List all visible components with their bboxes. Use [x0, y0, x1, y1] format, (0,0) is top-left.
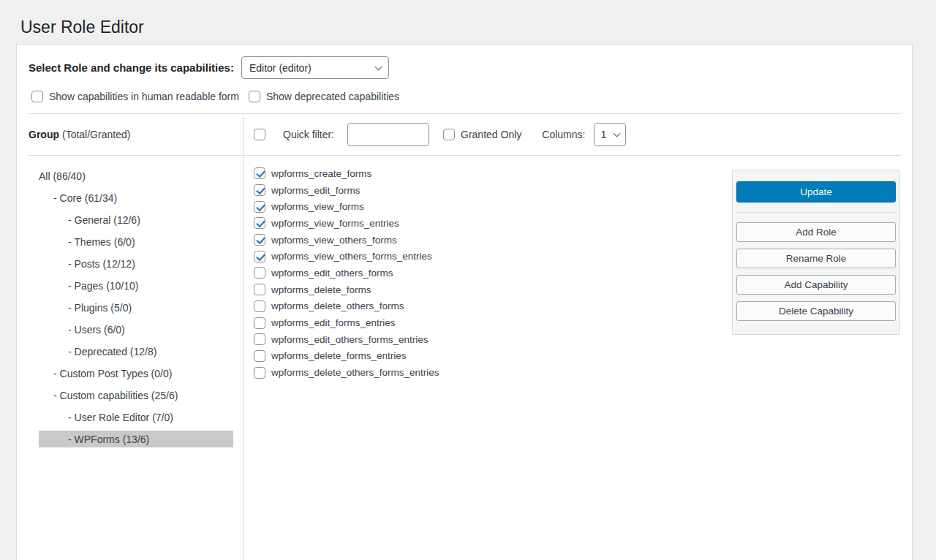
columns-select-value: 1	[600, 129, 606, 140]
update-button[interactable]: Update	[736, 181, 896, 203]
group-item[interactable]: - Custom Post Types (0/0)	[39, 365, 233, 382]
capability-checkbox[interactable]	[254, 217, 265, 229]
capability-checkbox[interactable]	[254, 201, 265, 213]
groups-header: Group (Total/Granted)	[17, 114, 243, 155]
capability-row: wpforms_delete_forms_entries	[254, 348, 912, 365]
capability-label: wpforms_view_others_forms	[271, 235, 397, 246]
capability-checkbox[interactable]	[254, 267, 265, 279]
columns-label: Columns:	[542, 129, 585, 140]
filter-bar: Quick filter: Granted Only Columns: 1	[244, 114, 912, 155]
capability-label: wpforms_create_forms	[271, 168, 371, 179]
capability-checkbox[interactable]	[254, 234, 265, 246]
capability-checkbox[interactable]	[254, 367, 265, 379]
granted-only-label: Granted Only	[461, 129, 521, 140]
capability-label: wpforms_view_forms	[271, 201, 364, 212]
groups-column: Group (Total/Granted) All (86/40)- Core …	[17, 114, 243, 560]
group-item[interactable]: - Posts (12/12)	[39, 255, 233, 272]
role-select[interactable]: Editor (editor)	[241, 56, 389, 79]
role-select-label: Select Role and change its capabilities:	[29, 61, 234, 74]
deprecated-label: Show deprecated capabilities	[266, 91, 399, 102]
capability-label: wpforms_edit_forms	[271, 185, 361, 196]
group-item[interactable]: - Pages (10/10)	[39, 277, 233, 294]
group-item[interactable]: - Users (6/0)	[39, 321, 233, 338]
group-item[interactable]: - General (12/6)	[39, 211, 233, 228]
group-item[interactable]: All (86/40)	[39, 167, 233, 184]
human-readable-checkbox[interactable]	[31, 91, 43, 102]
content-columns: Group (Total/Granted) All (86/40)- Core …	[17, 114, 912, 560]
capability-checkbox[interactable]	[254, 284, 265, 295]
rename-role-button[interactable]: Rename Role	[736, 249, 896, 268]
page-title: User Role Editor	[20, 18, 936, 37]
capabilities-column: Quick filter: Granted Only Columns: 1 wp…	[243, 114, 912, 560]
chevron-down-icon	[374, 63, 382, 70]
capability-checkbox[interactable]	[254, 184, 265, 196]
quick-filter-label: Quick filter:	[283, 129, 334, 140]
group-item[interactable]: - Plugins (5/0)	[39, 299, 233, 316]
capability-checkbox[interactable]	[254, 317, 265, 329]
group-item[interactable]: - User Role Editor (7/0)	[39, 409, 233, 425]
capability-checkbox[interactable]	[254, 333, 265, 345]
chevron-down-icon	[614, 130, 621, 137]
deprecated-option[interactable]: Show deprecated capabilities	[249, 91, 399, 102]
quick-filter-input[interactable]	[347, 123, 429, 146]
add-capability-button[interactable]: Add Capability	[736, 275, 896, 295]
human-readable-label: Show capabilities in human readable form	[49, 91, 239, 102]
granted-only-checkbox[interactable]	[443, 129, 455, 140]
group-item[interactable]: - WPForms (13/6)	[39, 431, 233, 447]
add-role-button[interactable]: Add Role	[736, 222, 896, 242]
role-select-value: Editor (editor)	[249, 62, 312, 74]
group-item[interactable]: - Custom capabilities (25/6)	[39, 387, 233, 404]
group-list: All (86/40)- Core (61/34)- General (12/6…	[17, 156, 243, 447]
groups-header-title: Group	[29, 129, 59, 140]
select-all-checkbox[interactable]	[254, 129, 265, 140]
capability-checkbox[interactable]	[254, 350, 265, 362]
capability-label: wpforms_edit_others_forms	[271, 268, 393, 279]
divider	[736, 212, 896, 213]
options-row: Show capabilities in human readable form…	[31, 90, 901, 102]
role-row: Select Role and change its capabilities:…	[29, 56, 901, 79]
capability-checkbox[interactable]	[254, 251, 265, 262]
capability-label: wpforms_delete_others_forms_entries	[271, 367, 439, 378]
capability-label: wpforms_edit_others_forms_entries	[271, 334, 429, 345]
capability-label: wpforms_edit_forms_entries	[271, 317, 396, 328]
delete-capability-button[interactable]: Delete Capability	[736, 301, 896, 321]
granted-only-option[interactable]: Granted Only	[443, 129, 521, 140]
human-readable-option[interactable]: Show capabilities in human readable form	[31, 91, 239, 102]
capability-label: wpforms_delete_forms	[271, 284, 371, 295]
capability-label: wpforms_view_forms_entries	[271, 218, 399, 229]
capability-label: wpforms_view_others_forms_entries	[271, 251, 432, 262]
capability-label: wpforms_delete_forms_entries	[271, 350, 407, 361]
groups-header-subtitle: (Total/Granted)	[62, 129, 130, 140]
actions-panel: Update Add Role Rename Role Add Capabili…	[732, 170, 900, 335]
group-item[interactable]: - Core (61/34)	[39, 189, 233, 206]
main-panel: Select Role and change its capabilities:…	[16, 44, 913, 560]
group-item[interactable]: - Deprecated (12/8)	[39, 343, 233, 360]
capability-checkbox[interactable]	[254, 167, 265, 179]
capability-row: wpforms_delete_others_forms_entries	[254, 364, 912, 381]
deprecated-checkbox[interactable]	[249, 91, 260, 102]
columns-select[interactable]: 1	[594, 123, 626, 146]
capability-label: wpforms_delete_others_forms	[271, 300, 404, 311]
capability-checkbox[interactable]	[254, 300, 265, 312]
group-item[interactable]: - Themes (6/0)	[39, 233, 233, 250]
